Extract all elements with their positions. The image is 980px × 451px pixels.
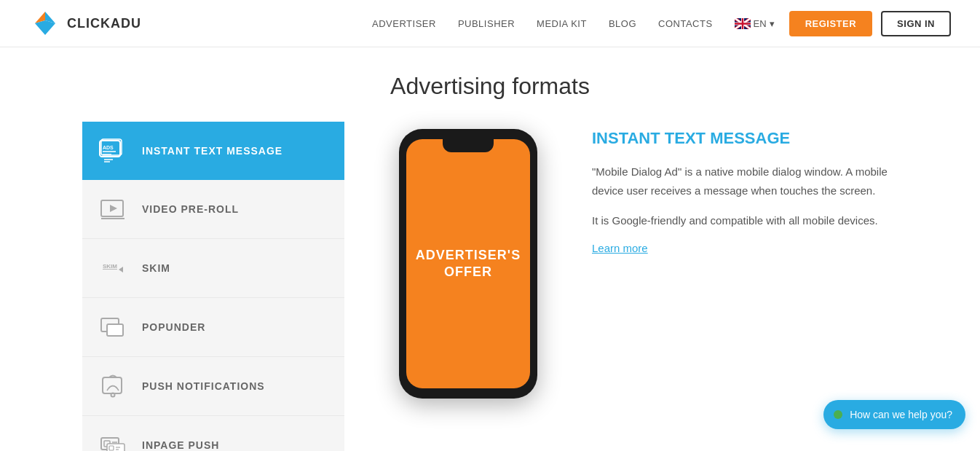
svg-text:ADS: ADS <box>103 145 114 150</box>
svg-text:SKIM: SKIM <box>103 263 117 270</box>
info-desc-1: "Mobile Dialog Ad" is a native mobile di… <box>592 162 898 200</box>
menu-item-push-notifications[interactable]: PUSH NOTIFICATIONS <box>82 357 344 416</box>
inpage-push-icon <box>97 429 129 451</box>
menu-item-label-video: VIDEO PRE-ROLL <box>142 203 239 215</box>
register-button[interactable]: REGISTER <box>789 11 872 36</box>
menu-item-video-pre-roll[interactable]: VIDEO PRE-ROLL <box>82 180 344 239</box>
phone-device: ADVERTISER'S OFFER <box>399 129 537 399</box>
page-title-section: Advertising formats <box>0 47 980 122</box>
learn-more-link[interactable]: Learn more <box>592 242 648 254</box>
lang-chevron-icon: ▾ <box>770 18 775 29</box>
chat-label: How can we help you? <box>850 409 952 420</box>
format-menu: ADS INSTANT TEXT MESSAGE VIDEO PRE-R <box>82 122 344 451</box>
logo-icon <box>29 10 61 36</box>
nav-blog[interactable]: BLOG <box>609 18 636 29</box>
instant-text-icon: ADS <box>97 135 129 167</box>
page-title: Advertising formats <box>0 73 980 100</box>
signin-button[interactable]: SIGN IN <box>881 11 951 36</box>
menu-item-label-push: PUSH NOTIFICATIONS <box>142 380 265 392</box>
lang-label: EN <box>754 18 767 29</box>
menu-item-instant-text[interactable]: ADS INSTANT TEXT MESSAGE <box>82 122 344 180</box>
phone-section: ADVERTISER'S OFFER <box>388 122 548 399</box>
info-desc-2: It is Google-friendly and compatible wit… <box>592 211 898 230</box>
main-content: ADS INSTANT TEXT MESSAGE VIDEO PRE-R <box>53 122 927 451</box>
svg-point-27 <box>111 393 115 397</box>
svg-marker-23 <box>119 267 123 272</box>
logo[interactable]: CLICKADU <box>29 10 141 36</box>
push-notifications-icon <box>97 370 129 402</box>
phone-screen: ADVERTISER'S OFFER <box>406 139 530 388</box>
logo-text: CLICKADU <box>67 16 141 31</box>
popunder-icon <box>97 311 129 343</box>
header: CLICKADU ADVERTISER PUBLISHER MEDIA KIT … <box>0 0 980 47</box>
menu-item-skim[interactable]: SKIM SKIM <box>82 239 344 298</box>
svg-rect-25 <box>107 324 123 336</box>
menu-item-label-inpage: INPAGE PUSH <box>142 439 219 451</box>
nav-contacts[interactable]: CONTACTS <box>658 18 713 29</box>
nav: ADVERTISER PUBLISHER MEDIA KIT BLOG CONT… <box>372 18 713 29</box>
language-selector[interactable]: EN ▾ <box>735 18 775 29</box>
menu-item-label-instant-text: INSTANT TEXT MESSAGE <box>142 145 282 157</box>
nav-media-kit[interactable]: MEDIA KIT <box>537 18 587 29</box>
flag-icon <box>735 18 751 29</box>
menu-item-popunder[interactable]: POPUNDER <box>82 298 344 357</box>
nav-advertiser[interactable]: ADVERTISER <box>372 18 436 29</box>
info-section: INSTANT TEXT MESSAGE "Mobile Dialog Ad" … <box>592 122 898 255</box>
offer-text-line2: OFFER <box>444 264 492 281</box>
svg-marker-20 <box>110 205 117 212</box>
skim-icon: SKIM <box>97 252 129 284</box>
offer-text-line1: ADVERTISER'S <box>416 247 521 264</box>
video-pre-roll-icon <box>97 193 129 225</box>
phone-notch <box>443 139 494 152</box>
menu-item-label-popunder: POPUNDER <box>142 321 205 333</box>
info-title: INSTANT TEXT MESSAGE <box>592 129 898 148</box>
menu-item-label-skim: SKIM <box>142 262 170 274</box>
nav-publisher[interactable]: PUBLISHER <box>458 18 515 29</box>
chat-online-dot <box>834 410 842 419</box>
chat-widget[interactable]: How can we help you? <box>823 400 965 429</box>
menu-item-inpage-push[interactable]: INPAGE PUSH <box>82 416 344 451</box>
